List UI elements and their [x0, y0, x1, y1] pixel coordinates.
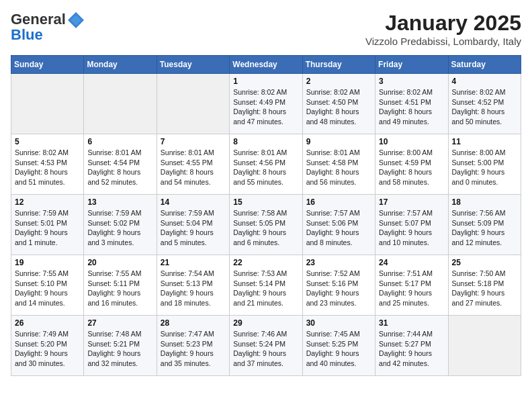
calendar-cell: 21Sunrise: 7:54 AM Sunset: 5:13 PM Dayli…	[157, 255, 229, 316]
day-info: Sunrise: 7:44 AM Sunset: 5:27 PM Dayligh…	[379, 329, 444, 369]
logo-blue: Blue	[11, 26, 43, 43]
day-info: Sunrise: 7:55 AM Sunset: 5:11 PM Dayligh…	[87, 269, 152, 308]
calendar-cell: 11Sunrise: 8:00 AM Sunset: 5:00 PM Dayli…	[448, 134, 521, 195]
day-number: 24	[379, 258, 444, 267]
day-info: Sunrise: 7:57 AM Sunset: 5:06 PM Dayligh…	[306, 208, 371, 248]
logo-icon	[66, 11, 85, 30]
calendar-cell: 16Sunrise: 7:57 AM Sunset: 5:06 PM Dayli…	[302, 195, 375, 255]
weekday-header-friday: Friday	[375, 56, 448, 74]
calendar-cell: 4Sunrise: 8:02 AM Sunset: 4:52 PM Daylig…	[448, 74, 521, 134]
day-number: 1	[233, 77, 298, 86]
calendar-cell: 3Sunrise: 8:02 AM Sunset: 4:51 PM Daylig…	[375, 74, 448, 134]
day-info: Sunrise: 7:57 AM Sunset: 5:07 PM Dayligh…	[379, 208, 444, 248]
calendar-cell: 5Sunrise: 8:02 AM Sunset: 4:53 PM Daylig…	[11, 134, 84, 195]
calendar-cell: 30Sunrise: 7:45 AM Sunset: 5:25 PM Dayli…	[302, 316, 375, 376]
day-number: 12	[15, 197, 80, 207]
calendar-body: 1Sunrise: 8:02 AM Sunset: 4:49 PM Daylig…	[11, 74, 521, 376]
day-info: Sunrise: 7:49 AM Sunset: 5:20 PM Dayligh…	[15, 329, 80, 369]
calendar-cell: 31Sunrise: 7:44 AM Sunset: 5:27 PM Dayli…	[375, 316, 448, 376]
calendar-cell: 6Sunrise: 8:01 AM Sunset: 4:54 PM Daylig…	[84, 134, 157, 195]
calendar-cell: 25Sunrise: 7:50 AM Sunset: 5:18 PM Dayli…	[448, 255, 521, 316]
calendar-cell: 1Sunrise: 8:02 AM Sunset: 4:49 PM Daylig…	[230, 74, 302, 134]
calendar-cell: 8Sunrise: 8:01 AM Sunset: 4:56 PM Daylig…	[230, 134, 302, 195]
weekday-header-saturday: Saturday	[448, 56, 521, 74]
calendar-table: SundayMondayTuesdayWednesdayThursdayFrid…	[11, 55, 521, 376]
day-number: 5	[15, 137, 80, 146]
day-info: Sunrise: 8:01 AM Sunset: 4:54 PM Dayligh…	[87, 148, 152, 187]
day-number: 25	[452, 258, 517, 267]
day-number: 29	[233, 318, 298, 328]
calendar-cell: 28Sunrise: 7:47 AM Sunset: 5:23 PM Dayli…	[157, 316, 229, 376]
weekday-header-wednesday: Wednesday	[230, 56, 302, 74]
day-number: 3	[379, 77, 444, 86]
day-info: Sunrise: 7:58 AM Sunset: 5:05 PM Dayligh…	[233, 208, 298, 248]
day-info: Sunrise: 7:53 AM Sunset: 5:14 PM Dayligh…	[233, 269, 298, 308]
calendar-title: January 2025	[365, 11, 521, 36]
day-info: Sunrise: 7:54 AM Sunset: 5:13 PM Dayligh…	[161, 269, 226, 308]
day-info: Sunrise: 7:50 AM Sunset: 5:18 PM Dayligh…	[452, 269, 517, 308]
weekday-header-monday: Monday	[84, 56, 157, 74]
calendar-cell	[157, 74, 229, 134]
day-number: 18	[452, 197, 517, 207]
calendar-cell: 24Sunrise: 7:51 AM Sunset: 5:17 PM Dayli…	[375, 255, 448, 316]
day-number: 13	[87, 197, 152, 207]
day-info: Sunrise: 7:55 AM Sunset: 5:10 PM Dayligh…	[15, 269, 80, 308]
day-number: 28	[161, 318, 226, 328]
page-header: General Blue January 2025 Vizzolo Predab…	[11, 11, 521, 47]
day-number: 27	[87, 318, 152, 328]
title-block: January 2025 Vizzolo Predabissi, Lombard…	[365, 11, 521, 47]
calendar-week-2: 5Sunrise: 8:02 AM Sunset: 4:53 PM Daylig…	[11, 134, 521, 195]
calendar-cell: 9Sunrise: 8:01 AM Sunset: 4:58 PM Daylig…	[302, 134, 375, 195]
day-info: Sunrise: 7:59 AM Sunset: 5:04 PM Dayligh…	[161, 208, 226, 248]
weekday-row: SundayMondayTuesdayWednesdayThursdayFrid…	[11, 56, 521, 74]
calendar-cell: 29Sunrise: 7:46 AM Sunset: 5:24 PM Dayli…	[230, 316, 302, 376]
calendar-cell: 20Sunrise: 7:55 AM Sunset: 5:11 PM Dayli…	[84, 255, 157, 316]
day-number: 23	[306, 258, 371, 267]
day-info: Sunrise: 7:47 AM Sunset: 5:23 PM Dayligh…	[161, 329, 226, 369]
calendar-cell: 23Sunrise: 7:52 AM Sunset: 5:16 PM Dayli…	[302, 255, 375, 316]
day-info: Sunrise: 7:59 AM Sunset: 5:01 PM Dayligh…	[15, 208, 80, 248]
day-number: 11	[452, 137, 517, 146]
day-info: Sunrise: 7:46 AM Sunset: 5:24 PM Dayligh…	[233, 329, 298, 369]
calendar-cell: 18Sunrise: 7:56 AM Sunset: 5:09 PM Dayli…	[448, 195, 521, 255]
calendar-cell: 27Sunrise: 7:48 AM Sunset: 5:21 PM Dayli…	[84, 316, 157, 376]
weekday-header-thursday: Thursday	[302, 56, 375, 74]
calendar-week-4: 19Sunrise: 7:55 AM Sunset: 5:10 PM Dayli…	[11, 255, 521, 316]
calendar-cell: 19Sunrise: 7:55 AM Sunset: 5:10 PM Dayli…	[11, 255, 84, 316]
day-number: 2	[306, 77, 371, 86]
day-info: Sunrise: 7:45 AM Sunset: 5:25 PM Dayligh…	[306, 329, 371, 369]
day-info: Sunrise: 8:01 AM Sunset: 4:56 PM Dayligh…	[233, 148, 298, 187]
day-info: Sunrise: 8:01 AM Sunset: 4:55 PM Dayligh…	[161, 148, 226, 187]
calendar-cell: 14Sunrise: 7:59 AM Sunset: 5:04 PM Dayli…	[157, 195, 229, 255]
day-number: 30	[306, 318, 371, 328]
calendar-week-5: 26Sunrise: 7:49 AM Sunset: 5:20 PM Dayli…	[11, 316, 521, 376]
day-number: 8	[233, 137, 298, 146]
day-info: Sunrise: 7:51 AM Sunset: 5:17 PM Dayligh…	[379, 269, 444, 308]
day-info: Sunrise: 8:01 AM Sunset: 4:58 PM Dayligh…	[306, 148, 371, 187]
day-number: 21	[161, 258, 226, 267]
day-number: 10	[379, 137, 444, 146]
calendar-cell: 17Sunrise: 7:57 AM Sunset: 5:07 PM Dayli…	[375, 195, 448, 255]
day-info: Sunrise: 8:00 AM Sunset: 5:00 PM Dayligh…	[452, 148, 517, 187]
calendar-cell: 13Sunrise: 7:59 AM Sunset: 5:02 PM Dayli…	[84, 195, 157, 255]
day-number: 6	[87, 137, 152, 146]
day-info: Sunrise: 8:02 AM Sunset: 4:49 PM Dayligh…	[233, 87, 298, 127]
logo-general: General	[11, 11, 66, 28]
day-info: Sunrise: 8:00 AM Sunset: 4:59 PM Dayligh…	[379, 148, 444, 187]
weekday-header-tuesday: Tuesday	[157, 56, 229, 74]
weekday-header-sunday: Sunday	[11, 56, 84, 74]
day-number: 15	[233, 197, 298, 207]
calendar-week-3: 12Sunrise: 7:59 AM Sunset: 5:01 PM Dayli…	[11, 195, 521, 255]
logo: General Blue	[11, 11, 86, 43]
day-number: 9	[306, 137, 371, 146]
calendar-header: SundayMondayTuesdayWednesdayThursdayFrid…	[11, 56, 521, 74]
day-info: Sunrise: 7:48 AM Sunset: 5:21 PM Dayligh…	[87, 329, 152, 369]
calendar-cell	[84, 74, 157, 134]
day-number: 26	[15, 318, 80, 328]
calendar-week-1: 1Sunrise: 8:02 AM Sunset: 4:49 PM Daylig…	[11, 74, 521, 134]
day-number: 22	[233, 258, 298, 267]
calendar-cell: 2Sunrise: 8:02 AM Sunset: 4:50 PM Daylig…	[302, 74, 375, 134]
calendar-cell: 15Sunrise: 7:58 AM Sunset: 5:05 PM Dayli…	[230, 195, 302, 255]
day-info: Sunrise: 7:59 AM Sunset: 5:02 PM Dayligh…	[87, 208, 152, 248]
day-number: 16	[306, 197, 371, 207]
